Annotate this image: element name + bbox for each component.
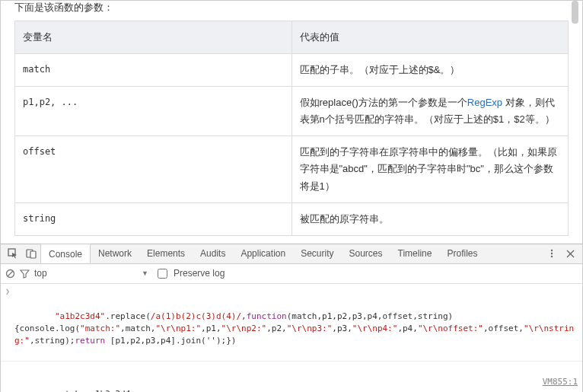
code-keyword: return	[75, 336, 105, 346]
clear-console-icon[interactable]	[5, 269, 15, 279]
param-desc-cell: 匹配的子串。（对应于上述的$&。）	[292, 54, 569, 87]
chevron-down-icon: ▼	[142, 269, 148, 277]
preserve-log-checkbox[interactable]	[158, 269, 167, 279]
code-regex: /a(1)b(2)c(3)d(4)/	[151, 311, 241, 321]
param-name-cell: p1,p2, ...	[15, 87, 292, 136]
code-fragment: ,p2,	[266, 323, 287, 333]
param-name-cell: offset	[15, 136, 292, 202]
desc-text: 匹配到的子字符串在原字符串中的偏移量。（比如，如果原字符串是"abcd"，匹配到…	[300, 146, 557, 191]
devtools-panel: ConsoleNetworkElementsAuditsApplicationS…	[1, 244, 582, 392]
context-selector[interactable]: top ▼	[34, 268, 148, 279]
devtools-tab-profiles[interactable]: Profiles	[439, 244, 485, 263]
code-fragment: [p1,p2,p3,p4].join('');})	[105, 336, 236, 346]
doc-scrollbar-thumb[interactable]	[572, 1, 578, 24]
devtools-tab-sources[interactable]: Sources	[342, 244, 390, 263]
code-fragment: ,match,	[120, 323, 155, 333]
documentation-pane: 下面是该函数的参数： 变量名 代表的值 match匹配的子串。（对应于上述的$&…	[1, 1, 582, 244]
param-desc-cell: 假如replace()方法的第一个参数是一个RegExp 对象，则代表第n个括号…	[292, 87, 569, 136]
preserve-log-label: Preserve log	[174, 268, 225, 279]
code-fragment: ,	[241, 311, 247, 321]
input-caret-icon: ❯	[5, 286, 10, 298]
svg-point-5	[551, 256, 553, 257]
code-fragment: (match,p1,p2,p3,p4,offset,string)	[287, 311, 454, 321]
devtools-tab-application[interactable]: Application	[233, 244, 293, 263]
code-fragment: ,offset,	[483, 323, 524, 333]
devtools-tab-security[interactable]: Security	[293, 244, 341, 263]
devtools-tab-elements[interactable]: Elements	[139, 244, 193, 263]
param-desc-cell: 被匹配的原字符串。	[292, 202, 569, 235]
console-output: ❯ "a1b2c3d4".replace(/a(1)b(2)c(3)d(4)/,…	[1, 284, 582, 392]
code-fragment: .replace(	[105, 311, 151, 321]
code-fragment: {console.log(	[14, 323, 80, 333]
table-row: string被匹配的原字符串。	[15, 202, 569, 235]
table-row: offset匹配到的子字符串在原字符串中的偏移量。（比如，如果原字符串是"abc…	[15, 136, 569, 202]
svg-rect-2	[30, 251, 36, 258]
param-name-cell: string	[15, 202, 292, 235]
svg-point-3	[551, 250, 553, 251]
code-string: "\r\np2:"	[221, 323, 267, 333]
devtools-tabbar: ConsoleNetworkElementsAuditsApplicationS…	[1, 244, 582, 264]
console-log-entry: VM855:1 match: a1b2c3d4p1: 1p2: 2p3: 3p4…	[1, 362, 582, 392]
log-line: match: a1b2c3d4	[55, 389, 130, 392]
param-desc-cell: 匹配到的子字符串在原字符串中的偏移量。（比如，如果原字符串是"abcd"，匹配到…	[292, 136, 569, 202]
devtools-tab-network[interactable]: Network	[91, 244, 139, 263]
col-header-value: 代表的值	[292, 21, 569, 54]
filter-icon[interactable]	[20, 269, 30, 279]
code-string: "\r\np1:"	[155, 323, 201, 333]
desc-text: 被匹配的原字符串。	[300, 213, 389, 225]
code-string: "\r\noffset:"	[418, 323, 483, 333]
devtools-tab-console[interactable]: Console	[40, 244, 91, 263]
inspect-element-icon[interactable]	[7, 247, 19, 260]
code-string: "\r\np3:"	[287, 323, 333, 333]
desc-text: 假如replace()方法的第一个参数是一个	[300, 97, 467, 108]
table-row: match匹配的子串。（对应于上述的$&。）	[15, 54, 569, 87]
param-name-cell: match	[15, 54, 292, 87]
table-row: p1,p2, ...假如replace()方法的第一个参数是一个RegExp 对…	[15, 87, 569, 136]
doc-intro-text: 下面是该函数的参数：	[14, 1, 569, 21]
code-fragment: ,p4,	[397, 323, 418, 333]
devtools-menu-icon[interactable]	[546, 247, 558, 260]
device-toggle-icon[interactable]	[25, 247, 37, 260]
code-fragment: ,p1,	[201, 323, 221, 333]
devtools-tab-timeline[interactable]: Timeline	[390, 244, 440, 263]
code-keyword: function	[247, 311, 287, 321]
desc-text: 匹配的子串。（对应于上述的$&。）	[300, 64, 460, 75]
code-string: "match:"	[80, 323, 120, 333]
code-string: "a1b2c3d4"	[55, 311, 105, 321]
code-string: "\r\np4:"	[352, 323, 398, 333]
source-link[interactable]: VM855:1	[543, 376, 578, 388]
code-fragment: ,p3,	[332, 323, 352, 333]
devtools-close-icon[interactable]	[564, 247, 576, 260]
context-selector-label: top	[34, 268, 47, 279]
devtools-tab-audits[interactable]: Audits	[193, 244, 233, 263]
console-toolbar: top ▼ Preserve log	[1, 264, 582, 284]
code-fragment: ,string);	[30, 336, 75, 346]
console-input-entry: ❯ "a1b2c3d4".replace(/a(1)b(2)c(3)d(4)/,…	[1, 284, 582, 362]
col-header-variable: 变量名	[15, 21, 292, 54]
parameters-table: 变量名 代表的值 match匹配的子串。（对应于上述的$&。）p1,p2, ..…	[14, 21, 569, 236]
regexp-link[interactable]: RegExp	[467, 97, 502, 108]
svg-point-4	[551, 253, 553, 254]
